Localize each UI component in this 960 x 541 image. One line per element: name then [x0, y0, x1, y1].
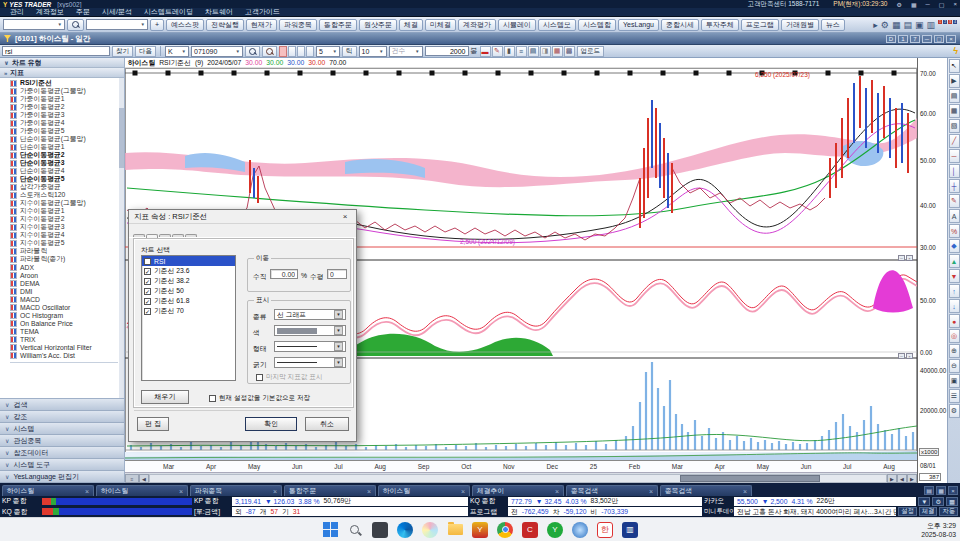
find-button[interactable]: 찾기 [112, 46, 133, 57]
scroll-left-icon[interactable]: ◀ [139, 474, 149, 483]
start-icon[interactable] [322, 522, 338, 538]
chart-monitor-icon[interactable]: ▦ [892, 20, 901, 30]
checkbox-icon[interactable] [144, 308, 151, 315]
bar-count-input[interactable] [425, 46, 469, 56]
indicator-tree-item[interactable]: DMI [10, 287, 124, 295]
upload-button[interactable]: 업로드 [577, 46, 605, 57]
tick-combo[interactable]: 10 [359, 46, 387, 57]
toolbar-button[interactable]: 시스템모 [538, 19, 576, 31]
add-button[interactable]: + [150, 19, 164, 31]
window-ctrl-1[interactable]: 1 [898, 35, 908, 43]
sidebar-section-indicators[interactable]: 지표 [0, 68, 124, 78]
close-icon[interactable]: × [953, 1, 957, 7]
tab-close-icon[interactable]: × [649, 488, 653, 495]
period-button[interactable] [279, 46, 287, 57]
chart-tool-icon[interactable]: ↓ [949, 299, 960, 313]
dialog-tab[interactable] [172, 234, 184, 237]
program-field[interactable]: 전-762,459 차-59,120 비-703,339 [508, 507, 702, 516]
menu-item[interactable]: 차트쉐어 [205, 7, 233, 17]
window-ctrl-d[interactable]: D [886, 35, 896, 43]
chevron-down-icon[interactable]: ▼ [334, 326, 343, 335]
code-combo[interactable]: 071090 [191, 46, 243, 57]
app-green-icon[interactable]: Y [547, 522, 563, 538]
sidebar-section[interactable]: 참조데이터 [0, 447, 124, 459]
investor-field[interactable]: 외-87 개57 기31 [232, 507, 468, 516]
window-ctrl-7[interactable]: 7 [910, 35, 920, 43]
tabbar-icon[interactable]: ▦ [936, 486, 946, 495]
series-listbox[interactable]: RSI 기준선 23.6 기준선 38.2 기준선 50 기준선 61.8 기준… [141, 255, 236, 381]
indicator-search-input[interactable] [2, 46, 110, 56]
bottom-tab[interactable]: 종목검색 × [566, 485, 658, 496]
dialog-tab[interactable] [133, 234, 145, 237]
chart-tool-icon[interactable]: % [949, 224, 960, 238]
tab-close-icon[interactable]: × [367, 488, 371, 495]
period-button[interactable] [306, 46, 314, 57]
indicator-tree-item[interactable]: ADX [10, 263, 124, 271]
gear-icon[interactable]: ⚙ [896, 1, 901, 8]
toolbar-button[interactable]: 뉴스 [821, 19, 845, 31]
chart-tool-icon[interactable]: ╱ [949, 134, 960, 148]
toolbar-button[interactable]: 종합시세 [661, 19, 699, 31]
chevron-down-icon[interactable]: ▼ [334, 342, 343, 351]
count-combo[interactable]: 건수 [389, 46, 423, 57]
horizontal-input[interactable] [327, 269, 347, 279]
chart-tool-icon[interactable]: ▼ [949, 269, 960, 283]
app-red-icon[interactable]: C [522, 522, 538, 538]
color-combo[interactable]: ▼ [274, 325, 346, 336]
indicator-tree-item[interactable]: OC Histogram [10, 311, 124, 319]
series-list-item[interactable]: 기준선 38.2 [142, 276, 235, 286]
minute-combo[interactable]: 5 [316, 46, 340, 57]
edge-icon[interactable] [397, 522, 413, 538]
chart-tool-icon[interactable]: ▦ [949, 104, 960, 118]
menu-item[interactable]: 시세/분석 [102, 7, 132, 17]
chart-tool-icon[interactable]: A [949, 209, 960, 223]
next-button[interactable]: 다음 [135, 46, 156, 57]
globe-icon[interactable] [572, 522, 588, 538]
chart-type-icon[interactable]: ▤ [528, 46, 539, 57]
kind-combo[interactable]: 선 그래프▼ [274, 309, 346, 320]
tick-button[interactable]: 틱 [342, 46, 357, 57]
news-ticker[interactable]: 전남 고흥 돈사 화재, 돼지 4000여마리 폐사…3시간 만에 진압 [734, 507, 896, 516]
period-button[interactable] [297, 46, 305, 57]
series-list-item[interactable]: 기준선 50 [142, 286, 235, 296]
chart-tool-icon[interactable]: ▧ [949, 119, 960, 133]
pane-minimize-icon[interactable]: ─ [898, 255, 905, 261]
chart-tool-icon[interactable]: ⚙ [949, 404, 960, 418]
fill-button[interactable]: 채우기 [141, 390, 189, 404]
edit-button[interactable]: 편 집 [137, 417, 169, 431]
chart-type-icon[interactable]: ▦ [552, 46, 563, 57]
sidebar-section-chart-type[interactable]: 차트 유형 [0, 58, 124, 68]
screen-combo[interactable] [86, 19, 148, 30]
grid-icon[interactable]: ▦ [946, 497, 958, 506]
dropdown-icon[interactable]: ▼ [918, 497, 930, 506]
checkbox-icon[interactable] [144, 298, 151, 305]
sidebar-section[interactable]: 시스템 [0, 423, 124, 435]
stock-quote-field[interactable]: 55,500 ▼ 2,500 4.31 % 226만 [734, 497, 916, 506]
calendar-icon[interactable]: ▤ [903, 20, 912, 30]
chart-type-icon[interactable]: ◨ [540, 46, 551, 57]
status-button[interactable]: 체결 [919, 507, 938, 516]
sidebar-section[interactable]: 시스템 도구 [0, 459, 124, 471]
file-explorer-icon[interactable] [447, 522, 463, 538]
indicator-tree-item[interactable]: 파라볼릭(종가) [10, 255, 124, 263]
tab-close-icon[interactable]: × [85, 488, 89, 495]
save-default-checkbox[interactable]: 현재 설정값을 기본값으로 저장 [209, 394, 310, 403]
page-right-icon[interactable]: ▶ [907, 474, 917, 483]
dialog-tab[interactable] [185, 234, 197, 237]
indicator-tree-item[interactable]: Vertical Horizontal Filter [10, 343, 124, 351]
chart-tool-icon[interactable]: ◆ [949, 239, 960, 253]
last-value-checkbox[interactable]: 마지막 지표값 표시 [256, 373, 322, 382]
toolbar-button[interactable]: YesLangu [618, 19, 659, 31]
camera-icon[interactable]: ▣ [915, 20, 924, 30]
toolbar-button[interactable]: 원샷주문 [359, 19, 397, 31]
pane-close-icon[interactable]: × [906, 353, 913, 359]
sidebar-section[interactable]: 강조 [0, 411, 124, 423]
symbol-combo[interactable] [3, 19, 65, 30]
chart-tool-icon[interactable]: ☰ [949, 389, 960, 403]
toolbar-button[interactable]: 전략실행 [206, 19, 244, 31]
scrollbar-thumb[interactable] [119, 108, 124, 168]
scrollbar-thumb[interactable] [680, 475, 820, 482]
indicator-tree-item[interactable]: TRIX [10, 335, 124, 343]
maximize-icon[interactable]: ▢ [939, 1, 945, 8]
pane-minimize-icon[interactable]: ─ [898, 353, 905, 359]
